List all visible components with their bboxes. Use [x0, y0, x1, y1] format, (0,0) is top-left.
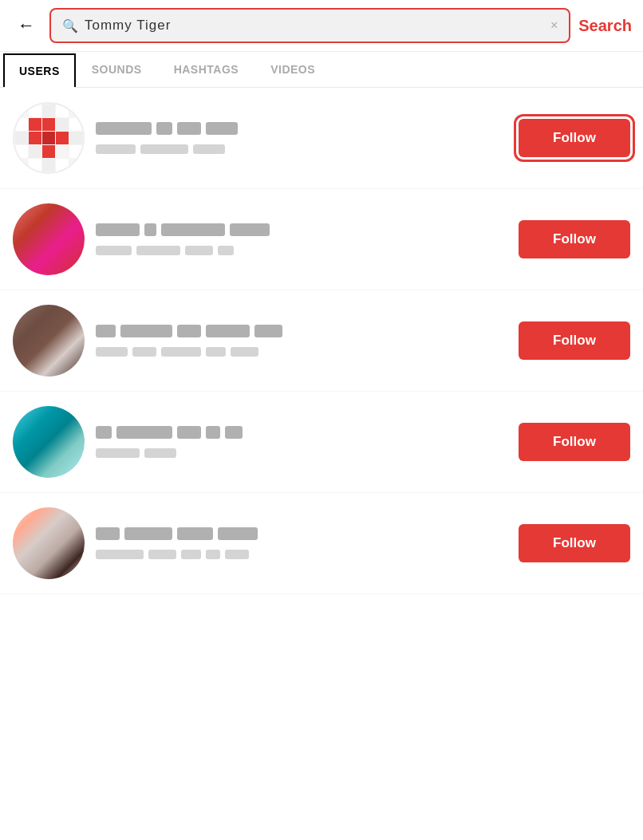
user-info: [96, 122, 507, 154]
username-4: [206, 325, 250, 337]
user-handle: [96, 550, 144, 559]
username-3: [177, 325, 201, 337]
follow-button-4[interactable]: Follow: [519, 423, 630, 461]
user-handle-3: [193, 144, 225, 154]
user-handle-5: [225, 550, 249, 559]
avatar: [13, 305, 85, 377]
user-handle-2: [132, 347, 156, 357]
username-2: [144, 223, 156, 236]
follow-button-2[interactable]: Follow: [519, 220, 630, 258]
username: [96, 122, 152, 135]
user-list: Follow Follow: [0, 88, 643, 594]
user-handle-2: [136, 246, 180, 255]
username-2: [156, 122, 172, 135]
user-handle-3: [185, 246, 213, 255]
list-item: Follow: [0, 88, 643, 189]
username: [96, 426, 112, 439]
username-3: [161, 223, 225, 236]
username: [96, 527, 120, 540]
tabs-bar: USERS SOUNDS HASHTAGS VIDEOS: [0, 52, 643, 88]
user-handle: [96, 144, 136, 154]
tab-hashtags[interactable]: HASHTAGS: [158, 52, 255, 87]
search-input[interactable]: [85, 18, 544, 34]
list-item: Follow: [0, 290, 643, 392]
search-icon: 🔍: [62, 18, 78, 34]
follow-button-3[interactable]: Follow: [519, 321, 630, 360]
list-item: Follow: [0, 189, 643, 290]
follow-button-5[interactable]: Follow: [519, 524, 630, 562]
user-handle-2: [148, 550, 176, 559]
username-3: [177, 426, 201, 439]
header: ← 🔍 × Search: [0, 0, 643, 52]
username-3: [177, 527, 213, 540]
user-info: [96, 426, 507, 458]
username-5: [225, 426, 243, 439]
user-handle-2: [144, 448, 176, 458]
username: [96, 223, 140, 236]
clear-button[interactable]: ×: [550, 18, 558, 33]
username-3: [177, 122, 201, 135]
search-button[interactable]: Search: [578, 17, 632, 35]
avatar: [13, 102, 85, 174]
username-4: [206, 122, 238, 135]
username-2: [124, 527, 172, 540]
user-handle-3: [161, 347, 201, 357]
tab-sounds[interactable]: SOUNDS: [76, 52, 158, 87]
username: [96, 325, 116, 337]
avatar: [13, 203, 85, 275]
user-handle-2: [140, 144, 188, 154]
user-handle-3: [181, 550, 201, 559]
tab-users[interactable]: USERS: [3, 53, 76, 87]
username-4: [206, 426, 220, 439]
username-4: [218, 527, 258, 540]
user-handle-5: [231, 347, 258, 357]
search-bar-container: 🔍 ×: [49, 8, 570, 43]
back-button[interactable]: ←: [11, 12, 41, 39]
follow-button-1[interactable]: Follow: [519, 119, 630, 157]
username-4: [230, 223, 270, 236]
user-handle: [96, 246, 132, 255]
username-2: [120, 325, 172, 337]
user-handle-4: [206, 347, 226, 357]
user-handle-4: [206, 550, 220, 559]
username-5: [254, 325, 282, 337]
user-handle: [96, 347, 128, 357]
user-info: [96, 527, 507, 559]
user-handle: [96, 448, 140, 458]
list-item: Follow: [0, 392, 643, 493]
tab-videos[interactable]: VIDEOS: [254, 52, 331, 87]
user-info: [96, 325, 507, 357]
avatar: [13, 507, 85, 579]
user-info: [96, 223, 507, 255]
username-2: [116, 426, 172, 439]
user-handle-4: [218, 246, 234, 255]
list-item: Follow: [0, 493, 643, 594]
avatar: [13, 406, 85, 478]
